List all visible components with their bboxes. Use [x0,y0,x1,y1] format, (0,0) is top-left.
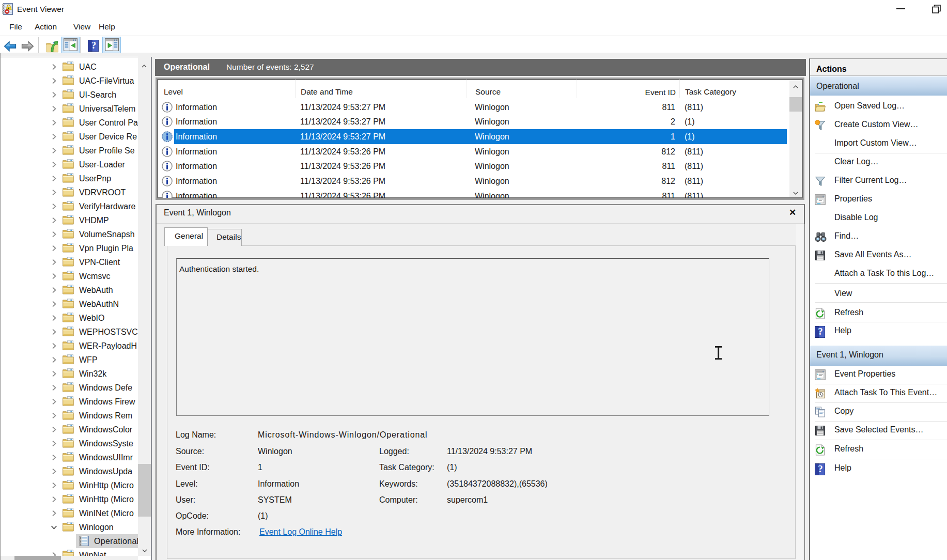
svg-text:?: ? [818,326,822,337]
svg-text:?: ? [91,40,96,51]
svg-text:?: ? [818,463,822,474]
